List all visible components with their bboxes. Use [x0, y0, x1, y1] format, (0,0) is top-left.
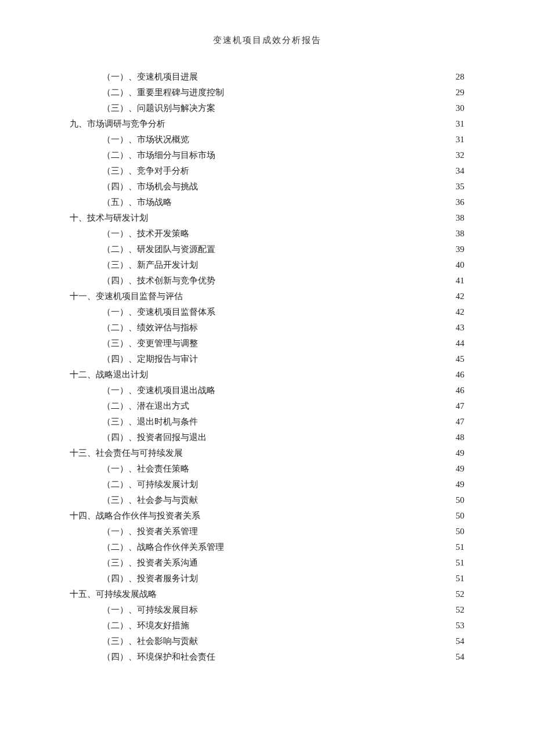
- toc-leader-dots: [199, 337, 454, 346]
- toc-entry: （二）、战略合作伙伴关系管理51: [70, 539, 464, 555]
- toc-entry: （二）、潜在退出方式47: [70, 398, 464, 414]
- toc-entry-label: （四）、定期报告与审计: [102, 351, 198, 367]
- toc-entry-label: （一）、市场状况概览: [102, 132, 189, 147]
- toc-entry: （二）、绩效评估与指标43: [70, 320, 464, 336]
- toc-leader-dots: [149, 212, 454, 221]
- toc-entry-page: 45: [456, 351, 464, 367]
- toc-entry-label: （四）、投资者回报与退出: [102, 430, 207, 445]
- toc-entry-page: 38: [456, 226, 464, 242]
- page-header-title: 变速机项目成效分析报告: [70, 35, 464, 46]
- toc-entry: （一）、变速机项目退出战略46: [70, 383, 464, 398]
- toc-leader-dots: [190, 620, 454, 628]
- toc-leader-dots: [217, 149, 454, 158]
- toc-entry-page: 50: [456, 524, 464, 539]
- toc-entry-label: （一）、可持续发展目标: [102, 602, 198, 618]
- toc-entry: （一）、社会责任策略49: [70, 461, 464, 477]
- toc-entry-label: （一）、投资者关系管理: [102, 524, 198, 539]
- toc-entry-page: 49: [456, 477, 464, 492]
- toc-entry: （一）、投资者关系管理50: [70, 524, 464, 539]
- toc-entry-page: 38: [456, 210, 464, 226]
- toc-entry-page: 34: [456, 163, 464, 179]
- toc-entry: （四）、投资者服务计划51: [70, 571, 464, 586]
- toc-entry: （二）、可持续发展计划49: [70, 477, 464, 492]
- toc-entry-label: （二）、可持续发展计划: [102, 477, 198, 492]
- toc-leader-dots: [190, 134, 454, 142]
- toc-leader-dots: [199, 557, 454, 566]
- toc-entry: （二）、环境友好措施53: [70, 618, 464, 633]
- toc-entry: 九、市场调研与竞争分析31: [70, 116, 464, 132]
- toc-entry-label: （三）、社会影响与贡献: [102, 633, 198, 649]
- toc-entry-page: 54: [456, 649, 464, 665]
- toc-entry: （一）、变速机项目进展28: [70, 69, 464, 85]
- toc-entry-page: 51: [456, 539, 464, 555]
- toc-entry-label: （二）、环境友好措施: [102, 618, 189, 633]
- toc-entry: （三）、新产品开发计划40: [70, 257, 464, 273]
- toc-leader-dots: [225, 541, 454, 550]
- toc-entry-page: 35: [456, 179, 464, 195]
- toc-leader-dots: [199, 71, 454, 80]
- toc-entry: 十、技术与研发计划38: [70, 210, 464, 226]
- toc-entry-label: 十三、社会责任与可持续发展: [70, 445, 183, 461]
- toc-entry-page: 44: [456, 336, 464, 351]
- toc-entry-page: 49: [456, 461, 464, 477]
- toc-entry: （四）、投资者回报与退出48: [70, 430, 464, 445]
- toc-entry: 十五、可持续发展战略52: [70, 586, 464, 602]
- toc-leader-dots: [217, 651, 454, 660]
- toc-entry: （二）、重要里程碑与进度控制29: [70, 85, 464, 100]
- toc-leader-dots: [199, 573, 454, 581]
- toc-entry-label: （二）、战略合作伙伴关系管理: [102, 539, 224, 555]
- toc-entry: （一）、市场状况概览31: [70, 132, 464, 147]
- toc-entry-page: 47: [456, 414, 464, 430]
- toc-leader-dots: [217, 306, 454, 315]
- toc-entry-page: 28: [456, 69, 464, 85]
- toc-entry-label: （三）、投资者关系沟通: [102, 555, 198, 571]
- toc-leader-dots: [217, 102, 454, 111]
- toc-leader-dots: [199, 478, 454, 487]
- toc-entry: 十三、社会责任与可持续发展49: [70, 445, 464, 461]
- toc-entry-page: 53: [456, 618, 464, 633]
- toc-entry-page: 51: [456, 555, 464, 571]
- toc-leader-dots: [173, 196, 454, 205]
- toc-leader-dots: [190, 400, 454, 409]
- toc-leader-dots: [190, 463, 454, 471]
- toc-leader-dots: [208, 431, 454, 440]
- toc-entry: （一）、技术开发策略38: [70, 226, 464, 242]
- toc-leader-dots: [167, 118, 454, 127]
- toc-entry-label: （三）、问题识别与解决方案: [102, 100, 215, 116]
- toc-entry: （二）、研发团队与资源配置39: [70, 242, 464, 257]
- toc-entry-page: 31: [456, 116, 464, 132]
- toc-entry: （三）、社会影响与贡献54: [70, 633, 464, 649]
- toc-entry-page: 49: [456, 445, 464, 461]
- toc-leader-dots: [199, 494, 454, 503]
- toc-leader-dots: [199, 604, 454, 613]
- toc-entry-label: （三）、竞争对手分析: [102, 163, 189, 179]
- toc-entry: （四）、环境保护和社会责任54: [70, 649, 464, 665]
- toc-entry-page: 36: [456, 195, 464, 210]
- toc-entry-label: （一）、变速机项目进展: [102, 69, 198, 85]
- toc-entry: （三）、投资者关系沟通51: [70, 555, 464, 571]
- toc-entry: 十四、战略合作伙伴与投资者关系50: [70, 508, 464, 524]
- toc-entry-page: 42: [456, 289, 464, 304]
- toc-entry-label: （四）、投资者服务计划: [102, 571, 198, 586]
- toc-leader-dots: [149, 369, 454, 377]
- toc-entry-page: 39: [456, 242, 464, 257]
- toc-entry-page: 30: [456, 100, 464, 116]
- toc-entry-label: （一）、技术开发策略: [102, 226, 189, 242]
- toc-entry: （五）、市场战略36: [70, 195, 464, 210]
- toc-entry: （三）、竞争对手分析34: [70, 163, 464, 179]
- toc-entry-label: （四）、市场机会与挑战: [102, 179, 198, 195]
- toc-entry-page: 52: [456, 586, 464, 602]
- toc-entry-page: 54: [456, 633, 464, 649]
- toc-entry: （四）、定期报告与审计45: [70, 351, 464, 367]
- toc-leader-dots: [190, 228, 454, 236]
- toc-entry-label: （二）、研发团队与资源配置: [102, 242, 215, 257]
- toc-entry-label: （二）、重要里程碑与进度控制: [102, 85, 224, 100]
- toc-entry-label: （一）、变速机项目退出战略: [102, 383, 215, 398]
- toc-entry: （二）、市场细分与目标市场32: [70, 147, 464, 163]
- toc-entry: （三）、社会参与与贡献50: [70, 492, 464, 508]
- toc-entry-label: （一）、变速机项目监督体系: [102, 304, 215, 320]
- toc-leader-dots: [199, 353, 454, 362]
- toc-entry-label: （二）、潜在退出方式: [102, 398, 189, 414]
- toc-entry: （一）、可持续发展目标52: [70, 602, 464, 618]
- toc-entry-page: 51: [456, 571, 464, 586]
